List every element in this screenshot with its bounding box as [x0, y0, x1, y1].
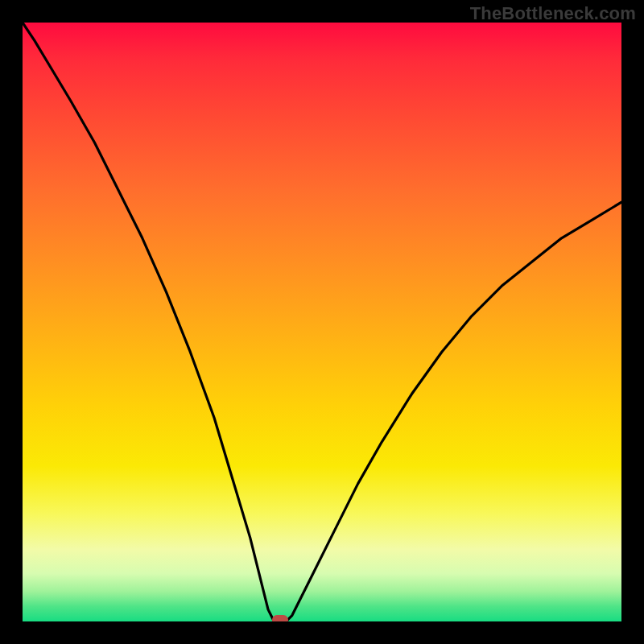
minimum-marker: [272, 615, 288, 621]
curve-layer: [23, 23, 621, 621]
watermark-text: TheBottleneck.com: [470, 3, 636, 24]
bottleneck-curve: [23, 23, 621, 621]
plot-area: [23, 23, 621, 621]
chart-frame: TheBottleneck.com: [0, 0, 644, 644]
